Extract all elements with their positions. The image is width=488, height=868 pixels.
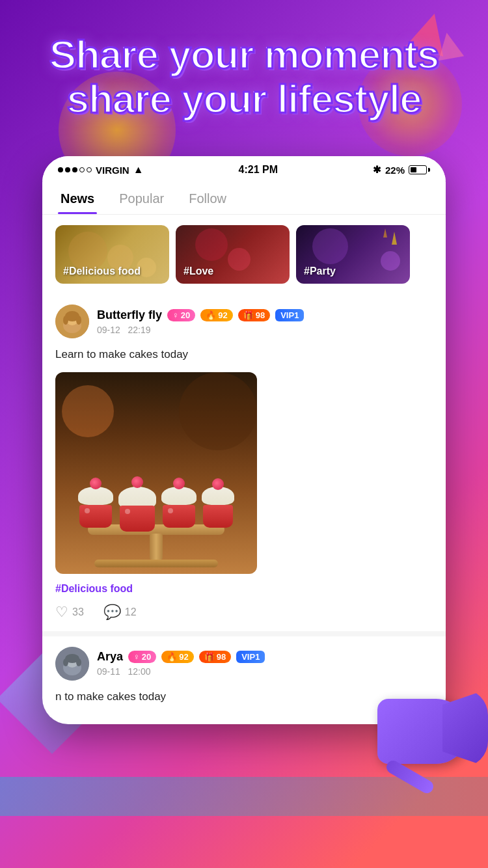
cupcake-2 bbox=[118, 487, 156, 532]
post-1-name-row: Butterfly fly ♀ 20 🔥 92 🎁 98 VIP1 bbox=[97, 308, 433, 322]
dot-3 bbox=[72, 167, 77, 172]
dot-1 bbox=[58, 167, 63, 172]
wrapper-dots bbox=[85, 508, 90, 513]
decor-circle bbox=[312, 228, 348, 264]
badge2-gift: 🎁 98 bbox=[199, 651, 231, 663]
svg-point-10 bbox=[63, 658, 68, 666]
decor-circle bbox=[195, 228, 228, 261]
tagline-line1: Share your moments bbox=[26, 33, 462, 77]
post-1-image[interactable] bbox=[55, 372, 257, 574]
cupcakes-row bbox=[78, 487, 234, 532]
badge2-gift-icon: 🎁 bbox=[204, 652, 215, 662]
raspberry bbox=[90, 478, 102, 489]
dot-4 bbox=[79, 167, 85, 172]
status-time: 4:21 PM bbox=[239, 164, 278, 176]
dot-2 bbox=[65, 167, 70, 172]
tab-popular[interactable]: Popular bbox=[116, 186, 167, 214]
like-count: 33 bbox=[72, 606, 84, 618]
post-1-actions: ♡ 33 💬 12 bbox=[55, 604, 433, 621]
category-love[interactable]: #Love bbox=[176, 225, 290, 284]
wrapper-dots3 bbox=[168, 508, 173, 513]
status-right: ✱ 22% bbox=[373, 164, 430, 176]
battery-percent: 22% bbox=[385, 165, 405, 176]
bg-blur bbox=[62, 385, 114, 437]
post-2-username: Arya bbox=[97, 650, 123, 664]
app-header: Share your moments share your lifestyle bbox=[0, 33, 488, 121]
post-1-meta: Butterfly fly ♀ 20 🔥 92 🎁 98 VIP1 bbox=[97, 308, 433, 335]
svg-point-5 bbox=[76, 316, 81, 325]
wrapper2 bbox=[120, 506, 155, 532]
decor-circle bbox=[228, 248, 251, 271]
wifi-icon: ▲ bbox=[133, 164, 144, 176]
badge-gender-icon: ♀ bbox=[172, 310, 179, 320]
post-2-avatar[interactable] bbox=[55, 647, 89, 681]
phone-mockup: VIRGIN ▲ 4:21 PM ✱ 22% News Popular Foll… bbox=[42, 156, 446, 724]
megaphone-decoration bbox=[351, 660, 488, 803]
badge-vip: VIP1 bbox=[275, 309, 304, 321]
tab-follow[interactable]: Follow bbox=[186, 186, 229, 214]
stand-stem bbox=[150, 534, 163, 560]
decor-circle bbox=[68, 232, 107, 271]
post-1-text: Learn to make cakes today bbox=[55, 346, 433, 363]
badge2-gender-icon: ♀ bbox=[133, 652, 140, 662]
badge2-gender: ♀ 20 bbox=[128, 651, 156, 663]
badge-fire: 🔥 92 bbox=[200, 309, 232, 321]
raspberry4 bbox=[212, 478, 224, 490]
party-light2 bbox=[383, 228, 387, 237]
post-1-datetime: 09-12 22:19 bbox=[97, 325, 433, 335]
tagline-line2: share your lifestyle bbox=[26, 77, 462, 121]
post-1-avatar[interactable] bbox=[55, 305, 89, 338]
battery-tip bbox=[428, 168, 430, 172]
post-1-tag[interactable]: #Delicious food bbox=[55, 583, 433, 595]
badge2-gift-value: 98 bbox=[217, 652, 226, 662]
badge2-fire-value: 92 bbox=[179, 652, 188, 662]
bg-blur2 bbox=[179, 372, 257, 450]
signal-strength bbox=[58, 167, 92, 172]
comment-button[interactable]: 💬 12 bbox=[103, 604, 137, 621]
raspberry3 bbox=[173, 478, 185, 489]
icing3 bbox=[161, 487, 197, 505]
post-2-avatar-image bbox=[55, 647, 89, 681]
category-list: #Delicious food #Love #Party bbox=[42, 215, 446, 294]
cupcake-scene bbox=[55, 372, 257, 574]
avatar2-svg bbox=[55, 647, 89, 681]
tab-news[interactable]: News bbox=[58, 186, 97, 214]
badge-gender-value: 20 bbox=[181, 310, 190, 320]
category-party-label: #Party bbox=[304, 265, 336, 277]
bluetooth-icon: ✱ bbox=[373, 164, 381, 176]
svg-point-4 bbox=[63, 316, 68, 325]
like-button[interactable]: ♡ 33 bbox=[55, 604, 84, 621]
post-1-avatar-image bbox=[55, 305, 89, 338]
party-light bbox=[392, 232, 397, 245]
badge-gift-icon: 🎁 bbox=[243, 310, 254, 320]
comment-count: 12 bbox=[125, 606, 137, 618]
battery-indicator bbox=[409, 165, 430, 174]
battery-body bbox=[409, 165, 427, 174]
cupcake-top4 bbox=[202, 487, 234, 505]
cupcake-top3 bbox=[161, 487, 197, 505]
raspberry2 bbox=[131, 476, 143, 488]
dot-5 bbox=[87, 167, 92, 172]
category-party[interactable]: #Party bbox=[296, 225, 410, 284]
badge-fire-value: 92 bbox=[218, 310, 227, 320]
category-love-label: #Love bbox=[183, 265, 213, 277]
badge2-fire: 🔥 92 bbox=[161, 651, 193, 663]
post-1: Butterfly fly ♀ 20 🔥 92 🎁 98 VIP1 bbox=[42, 294, 446, 636]
badge2-gender-value: 20 bbox=[142, 652, 151, 662]
comment-icon: 💬 bbox=[103, 604, 121, 621]
icing bbox=[78, 487, 113, 505]
status-bar: VIRGIN ▲ 4:21 PM ✱ 22% bbox=[42, 156, 446, 181]
cupcake-1 bbox=[78, 487, 113, 532]
tagline: Share your moments share your lifestyle bbox=[26, 33, 462, 121]
wrapper4 bbox=[203, 505, 233, 528]
category-food-label: #Delicious food bbox=[63, 265, 141, 277]
cupcake-3 bbox=[161, 487, 197, 532]
category-food[interactable]: #Delicious food bbox=[55, 225, 169, 284]
status-left: VIRGIN ▲ bbox=[58, 164, 144, 176]
heart-icon: ♡ bbox=[55, 604, 68, 621]
badge2-vip: VIP1 bbox=[236, 651, 265, 663]
tab-bar: News Popular Follow bbox=[42, 181, 446, 215]
stand-base bbox=[94, 560, 218, 567]
badge-gift-value: 98 bbox=[256, 310, 265, 320]
carrier-name: VIRGIN bbox=[96, 165, 129, 176]
